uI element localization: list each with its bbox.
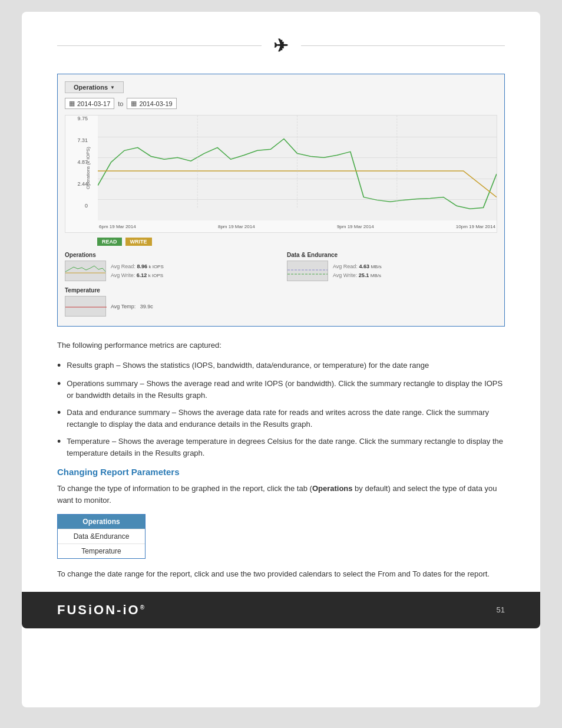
- data-endurance-summary-section: Data & Endurance Avg Read: 4.63 MB/s: [287, 252, 497, 281]
- list-item-text-1: Operations summary – Shows the average r…: [67, 378, 505, 401]
- y-value-0: 9.75: [77, 116, 88, 121]
- header-line-left: [57, 45, 262, 46]
- temperature-preview-thumbnail[interactable]: [65, 296, 106, 317]
- x-label-1: 8pm 19 Mar 2014: [218, 224, 255, 229]
- bullet-dot-1: •: [57, 378, 61, 391]
- data-endurance-summary-title: Data & Endurance: [287, 252, 497, 258]
- page-number: 51: [497, 605, 505, 614]
- screenshot-container: Operations ▼ ▦ 2014-03-17 to ▦ 2014-03-1…: [57, 74, 505, 327]
- date-to-input[interactable]: ▦ 2014-03-19: [127, 98, 176, 109]
- temp-value: 39.9c: [140, 304, 153, 309]
- date-range-row: ▦ 2014-03-17 to ▦ 2014-03-19: [65, 98, 497, 109]
- tab-label: Operations: [74, 84, 108, 91]
- date-from-value: 2014-03-17: [77, 100, 110, 107]
- x-label-2: 9pm 19 Mar 2014: [337, 224, 374, 229]
- dropdown-arrow-icon: ▼: [110, 85, 115, 90]
- date-to-value: 2014-03-19: [139, 100, 172, 107]
- chart-toolbar: Operations ▼: [65, 81, 497, 93]
- header-logo-symbol: ✈: [273, 35, 289, 56]
- operations-mini-chart: [65, 261, 106, 281]
- list-item-2: • Data and endurance summary – Shows the…: [57, 407, 505, 430]
- y-axis-wrapper: Operations (k IOPS) 9.75 7.31 4.87 2.44 …: [65, 116, 98, 220]
- operations-tab[interactable]: Operations ▼: [65, 81, 124, 93]
- x-label-3: 10pm 19 Mar 2014: [456, 224, 495, 229]
- calendar-icon-from: ▦: [69, 100, 75, 107]
- operations-stats: Avg Read: 8.96 k IOPS Avg Write: 6.12 k …: [111, 262, 164, 280]
- temp-label: Avg Temp:: [111, 304, 135, 309]
- bullet-dot-0: •: [57, 360, 61, 373]
- calendar-icon-to: ▦: [131, 100, 137, 107]
- data-endurance-box-row: Avg Read: 4.63 MB/s Avg Write: 25.1 MB/s: [287, 261, 497, 281]
- list-item-0: • Results graph – Shows the statistics (…: [57, 360, 505, 373]
- list-item-text-0: Results graph – Shows the statistics (IO…: [67, 360, 429, 371]
- data-endurance-mini-chart: [287, 261, 328, 281]
- list-item-3: • Temperature – Shows the average temper…: [57, 436, 505, 459]
- list-item-text-3: Temperature – Shows the average temperat…: [67, 436, 505, 459]
- y-value-4: 0: [85, 203, 88, 209]
- section-para1-bold: Operations: [312, 484, 353, 493]
- temperature-box-row: Avg Temp: 39.9c: [65, 296, 497, 317]
- section-heading: Changing Report Parameters: [57, 467, 505, 477]
- bullet-list: • Results graph – Shows the statistics (…: [57, 360, 505, 459]
- header-line-right: [301, 45, 505, 46]
- list-item-1: • Operations summary – Shows the average…: [57, 378, 505, 401]
- temperature-summary-section: Temperature Avg Temp: 39.9c: [65, 287, 497, 317]
- y-axis-values: 9.75 7.31 4.87 2.44 0: [65, 116, 90, 209]
- de-read-unit: MB/s: [371, 264, 381, 269]
- to-label: to: [118, 100, 123, 107]
- dropdown-menu: Operations Data &Endurance Temperature: [57, 514, 146, 559]
- de-read-value: 4.63: [359, 263, 369, 269]
- y-value-1: 7.31: [77, 137, 88, 143]
- ops-write-label: Avg Write:: [111, 272, 135, 278]
- temperature-mini-chart: [65, 297, 107, 317]
- chart-lines-svg: [98, 116, 497, 220]
- section-para1-before: To change the type of information to be …: [57, 484, 312, 493]
- ops-read-label: Avg Read:: [111, 263, 135, 269]
- bullet-dot-2: •: [57, 407, 61, 420]
- ops-read-value: 8.96: [137, 263, 147, 269]
- chart-area: Operations (k IOPS) 9.75 7.31 4.87 2.44 …: [65, 115, 497, 233]
- y-value-3: 2.44: [77, 181, 88, 187]
- data-endurance-stats: Avg Read: 4.63 MB/s Avg Write: 25.1 MB/s: [333, 262, 382, 280]
- footer-logo: FUSiON-iO®: [57, 602, 146, 618]
- footer-logo-text: FUSiON-iO®: [57, 602, 146, 617]
- badge-write: WRITE: [125, 238, 152, 246]
- date-from-input[interactable]: ▦ 2014-03-17: [65, 98, 114, 109]
- de-write-unit: MB/s: [371, 273, 381, 278]
- summary-row: Operations Avg Read: 8.96 k IOPS: [65, 252, 497, 281]
- section-para2: To change the date range for the report,…: [57, 568, 505, 580]
- x-axis: 6pm 19 Mar 2014 8pm 19 Mar 2014 9pm 19 M…: [98, 220, 497, 232]
- badge-read: READ: [97, 238, 122, 246]
- section-para1: To change the type of information to be …: [57, 483, 505, 506]
- bullet-dot-3: •: [57, 436, 61, 449]
- ops-read-unit: k IOPS: [148, 264, 163, 269]
- operations-box-row: Avg Read: 8.96 k IOPS Avg Write: 6.12 k …: [65, 261, 275, 281]
- dropdown-item-1[interactable]: Data &Endurance: [58, 529, 145, 544]
- dropdown-item-0[interactable]: Operations: [58, 515, 145, 529]
- de-read-label: Avg Read:: [333, 263, 358, 269]
- page-container: ✈ Operations ▼ ▦ 2014-03-17 to ▦ 2014-03…: [22, 12, 540, 707]
- badge-row: READ WRITE: [65, 238, 497, 246]
- y-value-2: 4.87: [77, 159, 88, 165]
- operations-preview-thumbnail[interactable]: [65, 261, 106, 281]
- metrics-intro: The following performance metrics are ca…: [57, 340, 505, 351]
- page-footer: FUSiON-iO® 51: [22, 592, 540, 628]
- list-item-text-2: Data and endurance summary – Shows the a…: [67, 407, 505, 430]
- data-endurance-preview-thumbnail[interactable]: [287, 261, 328, 281]
- operations-summary-title: Operations: [65, 252, 275, 258]
- temperature-title: Temperature: [65, 287, 497, 294]
- operations-summary-section: Operations Avg Read: 8.96 k IOPS: [65, 252, 275, 281]
- de-write-value: 25.1: [359, 272, 369, 278]
- ops-write-value: 6.12: [137, 272, 147, 278]
- chart-plot: [98, 116, 497, 220]
- ops-write-unit: k IOPS: [148, 273, 163, 278]
- x-label-0: 6pm 19 Mar 2014: [99, 224, 136, 229]
- de-write-label: Avg Write:: [333, 272, 357, 278]
- dropdown-item-2[interactable]: Temperature: [58, 544, 145, 558]
- page-header: ✈: [57, 35, 505, 56]
- temperature-stats: Avg Temp: 39.9c: [111, 304, 153, 309]
